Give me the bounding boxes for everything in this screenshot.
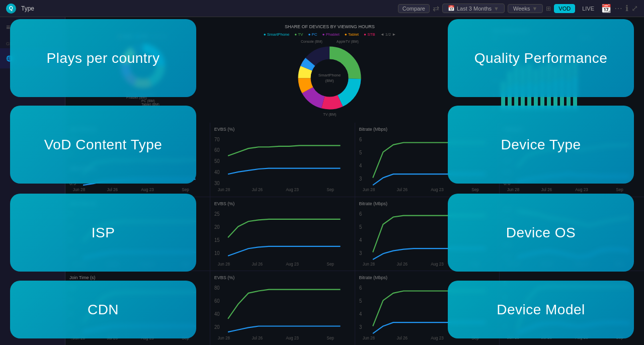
- plays-per-country-card[interactable]: Plays per country: [10, 19, 196, 97]
- svg-text:Sep: Sep: [471, 187, 479, 192]
- svg-text:70: 70: [214, 136, 220, 142]
- svg-text:Aug 23: Aug 23: [286, 261, 299, 266]
- expand-icon: ⤢: [631, 4, 638, 13]
- svg-text:Jul 26: Jul 26: [396, 261, 408, 266]
- svg-text:Jul 26: Jul 26: [396, 187, 408, 192]
- svg-text:20: 20: [214, 224, 220, 229]
- svg-text:Jul 26: Jul 26: [252, 261, 263, 266]
- svg-text:6: 6: [359, 285, 362, 291]
- evbs-chart-2: 25 20 15 10 Jun 28 Jul 26 Aug 23 Sep: [214, 208, 351, 267]
- filter-icon-2: ⊞: [546, 5, 551, 12]
- evbs-chart-1: 70 60 50 40 30 Jun 28 Jul 26 Aug 23 Sep: [214, 134, 351, 193]
- svg-text:80: 80: [214, 285, 220, 291]
- svg-text:Jun 28: Jun 28: [218, 187, 230, 192]
- center-donut-wrapper: SHARE OF DEVICES BY VIEWING HOURS ● Smar…: [264, 24, 396, 116]
- svg-text:Jul 26: Jul 26: [252, 335, 263, 340]
- more-icon: ⋯: [614, 4, 622, 13]
- svg-text:Jun 28: Jun 28: [73, 187, 86, 192]
- bitrate-title-3: Bitrate (Mbps): [359, 275, 496, 280]
- svg-text:Sep: Sep: [616, 187, 624, 192]
- svg-text:Aug 23: Aug 23: [575, 187, 588, 192]
- vod-content-type-label: VoD Content Type: [44, 137, 163, 153]
- evbs-chart-3: 80 60 40 20 Jun 28 Jul 26 Aug 23 Sep: [214, 282, 351, 341]
- tv-bm-label: TV (BM): [323, 113, 336, 116]
- svg-text:40: 40: [214, 311, 220, 317]
- svg-text:Jun 28: Jun 28: [218, 335, 230, 340]
- svg-text:Sep: Sep: [327, 261, 334, 266]
- device-os-label: Device OS: [506, 225, 576, 241]
- vod-button[interactable]: VOD: [554, 4, 575, 13]
- svg-text:6: 6: [359, 211, 362, 216]
- cdn-card[interactable]: CDN: [10, 281, 196, 338]
- device-model-card[interactable]: Device Model: [448, 281, 634, 338]
- svg-text:Aug 23: Aug 23: [431, 187, 444, 192]
- svg-text:50: 50: [214, 158, 220, 164]
- grid-cell-evbs-row2: EVBS (%) 25 20 15 10 Jun 28 Jul 26 Aug 2…: [210, 197, 355, 271]
- svg-text:3: 3: [359, 176, 362, 182]
- evbs-title-2: EVBS (%): [214, 201, 351, 206]
- evbs-title-3: EVBS (%): [214, 275, 351, 280]
- svg-text:Jun 28: Jun 28: [362, 261, 375, 266]
- evbs-title: EVBS (%): [214, 127, 351, 132]
- date-range-picker[interactable]: 📅 Last 3 Months ▼: [442, 4, 505, 13]
- svg-text:6: 6: [359, 136, 362, 142]
- device-type-card[interactable]: Device Type: [448, 106, 634, 184]
- plays-per-country-label: Plays per country: [47, 50, 160, 66]
- svg-text:10: 10: [214, 250, 220, 256]
- chevron-icon: ▼: [532, 6, 537, 12]
- svg-text:Jun 28: Jun 28: [218, 261, 230, 266]
- svg-text:Jun 28: Jun 28: [362, 187, 375, 192]
- svg-point-17: [311, 59, 348, 97]
- main-donut: SmartPhone (BM): [297, 45, 362, 113]
- vod-content-type-card[interactable]: VoD Content Type: [10, 106, 196, 184]
- device-model-label: Device Model: [497, 302, 585, 318]
- svg-text:Aug 23: Aug 23: [141, 187, 154, 192]
- svg-text:5: 5: [359, 150, 362, 155]
- device-os-card[interactable]: Device OS: [448, 194, 634, 272]
- svg-text:Aug 23: Aug 23: [286, 187, 299, 192]
- svg-text:3: 3: [359, 250, 362, 256]
- quality-performance-card[interactable]: Quality Performance: [448, 19, 634, 97]
- legend-bar: ● SmartPhone ● TV ● PC ● Phablet ● Table…: [264, 32, 396, 37]
- isp-card[interactable]: ISP: [10, 194, 196, 272]
- svg-text:(BM): (BM): [326, 78, 335, 83]
- svg-text:Jul 26: Jul 26: [107, 187, 118, 192]
- titlebar: Q Type Compare ⇄ 📅 Last 3 Months ▼ Weeks…: [0, 0, 644, 17]
- grid-cell-evbs-row3: EVBS (%) 80 60 40 20 Jun 28 Jul 26 Aug 2…: [210, 271, 355, 345]
- grid-cell-evbs-row1: EVBS (%) 70 60 50 40 30 Jun 28 Jul 26 Au…: [210, 123, 355, 197]
- info-icon: ℹ: [625, 4, 628, 13]
- svg-text:Sep: Sep: [182, 187, 189, 192]
- filter-icon: ▼: [494, 6, 499, 12]
- svg-text:15: 15: [214, 237, 220, 242]
- svg-text:Jul 26: Jul 26: [396, 335, 408, 340]
- calendar-icon: 📅: [448, 5, 455, 12]
- svg-text:60: 60: [214, 298, 220, 304]
- svg-text:Jul 26: Jul 26: [252, 187, 263, 192]
- svg-text:SmartPhone: SmartPhone: [318, 73, 341, 77]
- quality-performance-label: Quality Performance: [474, 50, 608, 66]
- live-label: LIVE: [578, 5, 598, 13]
- join-time-title-3: Join Time (s): [69, 275, 206, 280]
- weeks-selector[interactable]: Weeks ▼: [508, 4, 543, 13]
- isp-label: ISP: [92, 225, 115, 241]
- share-title: SHARE OF DEVICES BY VIEWING HOURS: [285, 24, 375, 29]
- device-type-label: Device Type: [501, 137, 581, 153]
- svg-text:Jun 28: Jun 28: [362, 335, 375, 340]
- bm-legend: Console (BM) AppleTV (BM): [301, 40, 359, 43]
- app-title: Type: [21, 5, 34, 12]
- svg-text:20: 20: [214, 324, 220, 330]
- svg-text:Aug 23: Aug 23: [431, 335, 444, 340]
- compare-button[interactable]: Compare: [398, 4, 430, 13]
- svg-text:5: 5: [359, 224, 362, 229]
- svg-text:25: 25: [214, 211, 220, 216]
- svg-text:4: 4: [359, 237, 362, 242]
- svg-text:4: 4: [359, 163, 362, 168]
- titlebar-controls: Compare ⇄ 📅 Last 3 Months ▼ Weeks ▼ ⊞ VO…: [398, 4, 638, 13]
- hamburger-icon: ≡: [6, 23, 10, 31]
- svg-text:Jun 28: Jun 28: [507, 187, 520, 192]
- svg-text:Sep: Sep: [327, 335, 334, 340]
- svg-text:60: 60: [214, 147, 220, 153]
- svg-text:30: 30: [214, 181, 220, 186]
- svg-text:40: 40: [214, 169, 220, 175]
- svg-text:Aug 23: Aug 23: [286, 335, 299, 340]
